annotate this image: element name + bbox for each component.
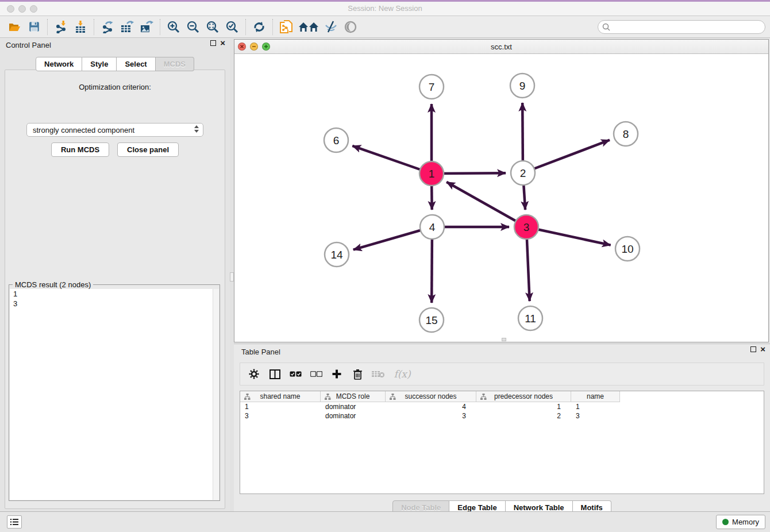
delete-table-button[interactable] — [369, 365, 387, 383]
graph-node-6[interactable]: 6 — [324, 128, 348, 152]
graph-node-3[interactable]: 3 — [514, 215, 538, 239]
graph-edge-3-1[interactable] — [446, 182, 526, 227]
graph-node-11[interactable]: 11 — [518, 306, 542, 330]
unselect-all-columns-button[interactable] — [307, 365, 325, 383]
graph-node-8[interactable]: 8 — [614, 122, 638, 146]
graph-node-15[interactable]: 15 — [419, 308, 444, 332]
apply-layout-button[interactable] — [249, 18, 269, 36]
export-table-icon — [120, 21, 134, 33]
float-panel-button[interactable] — [210, 40, 216, 46]
node-label: 4 — [429, 221, 436, 233]
unchecked-boxes-icon — [310, 371, 322, 377]
network-canvas[interactable]: 7968124314101511 — [234, 55, 768, 342]
column-header-shared-name[interactable]: shared name — [240, 391, 321, 402]
show-panel-button[interactable] — [341, 18, 360, 36]
import-table-icon — [74, 21, 87, 33]
graph-node-10[interactable]: 10 — [615, 237, 640, 261]
graph-edge-2-8[interactable] — [523, 140, 610, 173]
home-pair-icon — [298, 22, 319, 32]
control-panel-tabs: NetworkStyleSelectMCDS — [0, 57, 230, 71]
toolbar-separator — [245, 19, 246, 35]
hide-panel-button[interactable] — [321, 18, 341, 36]
control-panel: Control Panel × NetworkStyleSelectMCDS O… — [0, 38, 230, 511]
column-header-predecessor-nodes[interactable]: predecessor nodes — [476, 391, 571, 402]
result-line: 3 — [10, 299, 219, 309]
float-table-panel-button[interactable] — [750, 346, 756, 352]
close-table-panel-button[interactable]: × — [760, 346, 765, 352]
columns-icon — [270, 369, 280, 379]
panel-splitter[interactable] — [230, 38, 234, 511]
save-session-button[interactable] — [24, 18, 44, 36]
table-row[interactable]: 1dominator411 — [240, 402, 764, 411]
memory-button[interactable]: Memory — [716, 515, 765, 529]
create-column-button[interactable] — [328, 365, 346, 383]
main-toolbar — [0, 16, 770, 38]
function-builder-button[interactable]: f(x) — [390, 365, 415, 383]
graph-node-2[interactable]: 2 — [511, 161, 535, 185]
result-scrollbar[interactable] — [213, 289, 219, 500]
cell-predecessor-nodes: 1 — [476, 402, 571, 411]
delete-column-button[interactable] — [348, 365, 367, 383]
attribute-icon — [480, 394, 487, 400]
copy-network-button[interactable] — [276, 18, 296, 36]
node-label: 6 — [333, 134, 340, 147]
graph-node-1[interactable]: 1 — [419, 161, 444, 186]
close-panel-icon-button[interactable]: × — [220, 40, 225, 46]
export-image-icon — [140, 21, 153, 33]
graph-node-14[interactable]: 14 — [325, 242, 349, 267]
column-label: shared name — [260, 392, 300, 400]
zoom-in-button[interactable] — [164, 18, 183, 36]
column-header-successor-nodes[interactable]: successor nodes — [386, 391, 476, 402]
canvas-resize-grip[interactable] — [502, 338, 506, 341]
tab-network[interactable]: Network — [36, 57, 82, 71]
attribute-icon — [325, 394, 331, 400]
show-column-panel-button[interactable] — [265, 365, 284, 383]
import-network-button[interactable] — [51, 18, 71, 36]
close-panel-button[interactable]: Close panel — [117, 142, 179, 157]
graph-node-7[interactable]: 7 — [419, 75, 444, 99]
tab-style[interactable]: Style — [82, 57, 117, 71]
column-label: MCDS role — [336, 392, 370, 400]
export-table-button[interactable] — [117, 18, 137, 36]
control-panel-header: Control Panel × — [0, 38, 230, 52]
list-icon — [10, 518, 19, 526]
table-panel-header: Table Panel × — [234, 344, 770, 358]
node-table: shared nameMCDS rolesuccessor nodesprede… — [240, 391, 764, 494]
export-network-icon — [101, 21, 114, 33]
cell-name: 1 — [571, 402, 620, 411]
trash-icon — [353, 369, 363, 380]
memory-status-icon — [722, 519, 729, 525]
zoom-selected-button[interactable] — [222, 18, 242, 36]
select-all-columns-button[interactable] — [286, 365, 305, 383]
network-overview-button[interactable] — [296, 18, 321, 36]
criterion-select[interactable]: strongly connected component — [26, 123, 203, 137]
column-header-mcds-role[interactable]: MCDS role — [321, 391, 386, 402]
zoom-out-button[interactable] — [183, 18, 203, 36]
column-header-name[interactable]: name — [571, 391, 620, 402]
cell-shared-name: 3 — [240, 411, 321, 421]
attribute-icon — [244, 394, 251, 400]
column-label: predecessor nodes — [494, 392, 553, 400]
graph-node-9[interactable]: 9 — [510, 74, 534, 98]
run-mcds-button[interactable]: Run MCDS — [51, 142, 109, 157]
zoom-fit-button[interactable] — [203, 18, 222, 36]
import-table-button[interactable] — [71, 18, 90, 36]
cell-mcds-role: dominator — [321, 402, 386, 411]
open-session-button[interactable] — [5, 18, 24, 36]
table-row[interactable]: 3dominator323 — [240, 411, 764, 421]
cell-name: 3 — [571, 411, 620, 421]
mcds-result-textarea[interactable]: 13 — [10, 289, 219, 500]
tab-select[interactable]: Select — [117, 57, 155, 71]
graph-edge-3-10[interactable] — [526, 227, 611, 245]
table-body: 1dominator4113dominator323 — [240, 402, 764, 421]
cell-shared-name: 1 — [240, 402, 321, 411]
task-history-button[interactable] — [7, 515, 22, 529]
table-settings-button[interactable] — [245, 365, 263, 383]
search-input[interactable] — [598, 20, 765, 34]
export-network-button[interactable] — [98, 18, 117, 36]
export-image-button[interactable] — [137, 18, 156, 36]
tab-mcds[interactable]: MCDS — [156, 57, 194, 71]
graph-node-4[interactable]: 4 — [420, 215, 444, 239]
node-label: 15 — [425, 314, 437, 326]
table-header-row: shared nameMCDS rolesuccessor nodesprede… — [240, 391, 764, 402]
